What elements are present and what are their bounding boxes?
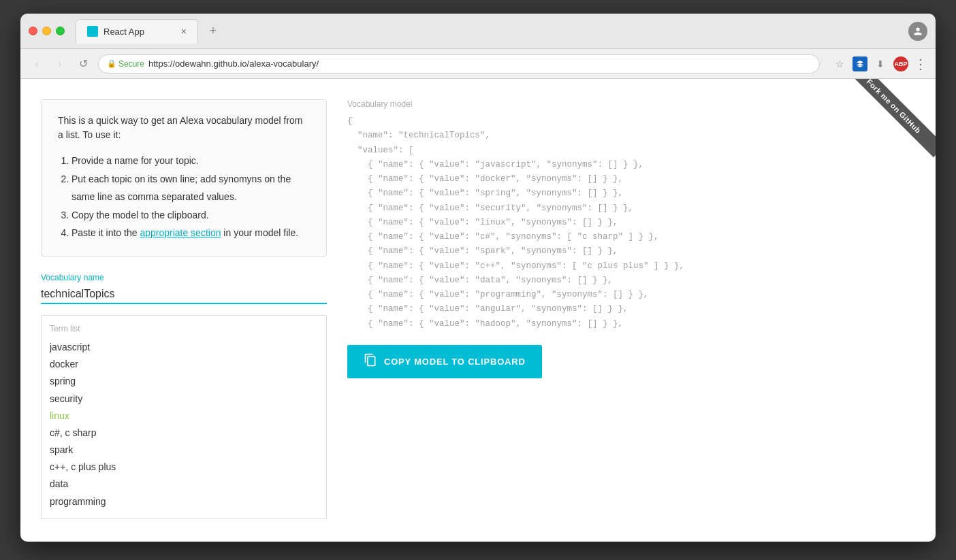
json-display: { "name": "technicalTopics", "values": […: [347, 114, 915, 331]
browser-window: React App × + ‹ › ↺ 🔒 Secure https://od: [20, 14, 936, 542]
json-line-4: { "name": { "value": "security", "synony…: [347, 201, 915, 216]
json-line-9: { "name": { "value": "data", "synonyms":…: [347, 274, 915, 288]
left-panel: This is a quick way to get an Alexa voca…: [41, 99, 327, 521]
term-data: data: [50, 476, 318, 493]
term-javascript: javascript: [50, 339, 318, 356]
json-line-8: { "name": { "value": "c++", "synonyms": …: [347, 259, 915, 274]
right-panel: Vocabulary model { "name": "technicalTop…: [347, 99, 915, 521]
secure-badge: 🔒 Secure: [107, 59, 144, 69]
term-spring: spring: [50, 373, 318, 390]
tab-bar: React App × +: [76, 19, 900, 44]
instruction-step-3: Copy the model to the clipboard.: [71, 206, 310, 225]
traffic-lights: [29, 27, 65, 35]
json-line-10: { "name": { "value": "programming", "syn…: [347, 288, 915, 302]
address-url: https://odewahn.github.io/alexa-vocabula…: [148, 59, 811, 69]
json-line-5: { "name": { "value": "linux", "synonyms"…: [347, 216, 915, 230]
term-security: security: [50, 391, 318, 408]
maximize-window-button[interactable]: [56, 27, 65, 35]
json-line-2: { "name": { "value": "docker", "synonyms…: [347, 172, 915, 186]
vocabulary-name-label: Vocabulary name: [41, 273, 327, 282]
instructions-intro: This is a quick way to get an Alexa voca…: [58, 114, 310, 142]
tab-title: React App: [103, 27, 144, 37]
json-line-values: "values": [: [347, 144, 915, 158]
extension-icon-blue[interactable]: [853, 56, 867, 71]
vocabulary-name-section: Vocabulary name: [41, 273, 327, 304]
bookmark-icon[interactable]: ☆: [832, 56, 847, 71]
step-3-text: Copy the model to the clipboard.: [71, 210, 209, 220]
new-tab-button[interactable]: +: [204, 22, 223, 41]
titlebar: React App × +: [20, 14, 936, 49]
term-spark: spark: [50, 442, 318, 459]
download-icon[interactable]: ⬇: [873, 56, 888, 71]
instruction-step-2: Put each topic on its own line; add syno…: [71, 170, 310, 206]
json-line-name: "name": "technicalTopics",: [347, 129, 915, 143]
json-line-12: { "name": { "value": "hadoop", "synonyms…: [347, 317, 915, 331]
term-docker: docker: [50, 356, 318, 373]
json-line-open-brace: {: [347, 114, 915, 129]
json-line-1: { "name": { "value": "javascript", "syno…: [347, 158, 915, 172]
instruction-step-4: Paste it into the appropriate section in…: [71, 224, 310, 242]
page-content: Fork me on GitHub This is a quick way to…: [20, 79, 936, 542]
json-line-6: { "name": { "value": "c#", "synonyms": […: [347, 230, 915, 244]
json-line-7: { "name": { "value": "spark", "synonyms"…: [347, 244, 915, 259]
copy-btn-label: COPY MODEL TO CLIPBOARD: [384, 357, 526, 367]
toolbar-icons: ☆ ⬇ ABP ⋮: [832, 56, 927, 72]
step-4-text: Paste it into the appropriate section in…: [71, 227, 298, 238]
menu-button[interactable]: ⋮: [914, 56, 927, 72]
step-2-text: Put each topic on its own line; add syno…: [71, 174, 291, 203]
term-csharp: c#, c sharp: [50, 425, 318, 442]
secure-label: Secure: [118, 59, 144, 69]
clipboard-icon: [364, 353, 377, 370]
close-window-button[interactable]: [29, 27, 37, 35]
lock-icon: 🔒: [107, 59, 116, 68]
titlebar-right: [908, 22, 927, 41]
address-input[interactable]: 🔒 Secure https://odewahn.github.io/alexa…: [98, 54, 820, 73]
tab-favicon-icon: [87, 26, 98, 37]
address-bar: ‹ › ↺ 🔒 Secure https://odewahn.github.io…: [20, 49, 936, 79]
term-list-label: Term list: [50, 324, 318, 333]
refresh-button[interactable]: ↺: [75, 56, 91, 72]
copy-model-button[interactable]: COPY MODEL TO CLIPBOARD: [347, 345, 542, 378]
instruction-step-1: Provide a name for your topic.: [71, 152, 310, 170]
json-line-3: { "name": { "value": "spring", "synonyms…: [347, 186, 915, 201]
step-1-text: Provide a name for your topic.: [71, 155, 199, 166]
tab-close-button[interactable]: ×: [181, 26, 187, 37]
term-linux: linux: [50, 408, 318, 425]
vocabulary-model-label: Vocabulary model: [347, 99, 915, 109]
term-programming: programming: [50, 493, 318, 510]
profile-icon[interactable]: [908, 22, 927, 41]
vocabulary-name-input[interactable]: [41, 285, 327, 304]
instructions-box: This is a quick way to get an Alexa voca…: [41, 99, 327, 257]
back-button[interactable]: ‹: [29, 56, 45, 72]
json-line-11: { "name": { "value": "angular", "synonym…: [347, 302, 915, 316]
minimize-window-button[interactable]: [42, 27, 51, 35]
browser-tab[interactable]: React App ×: [76, 19, 198, 44]
term-cplusplus: c++, c plus plus: [50, 459, 318, 476]
extension-icon-red[interactable]: ABP: [893, 56, 908, 71]
forward-button[interactable]: ›: [52, 56, 68, 72]
fork-ribbon-link[interactable]: Fork me on GitHub: [847, 79, 936, 157]
instructions-list: Provide a name for your topic. Put each …: [71, 152, 310, 242]
term-list-content: javascript docker spring security linux …: [50, 339, 318, 510]
fork-ribbon[interactable]: Fork me on GitHub: [847, 79, 936, 167]
term-list-box: Term list javascript docker spring secur…: [41, 315, 327, 519]
